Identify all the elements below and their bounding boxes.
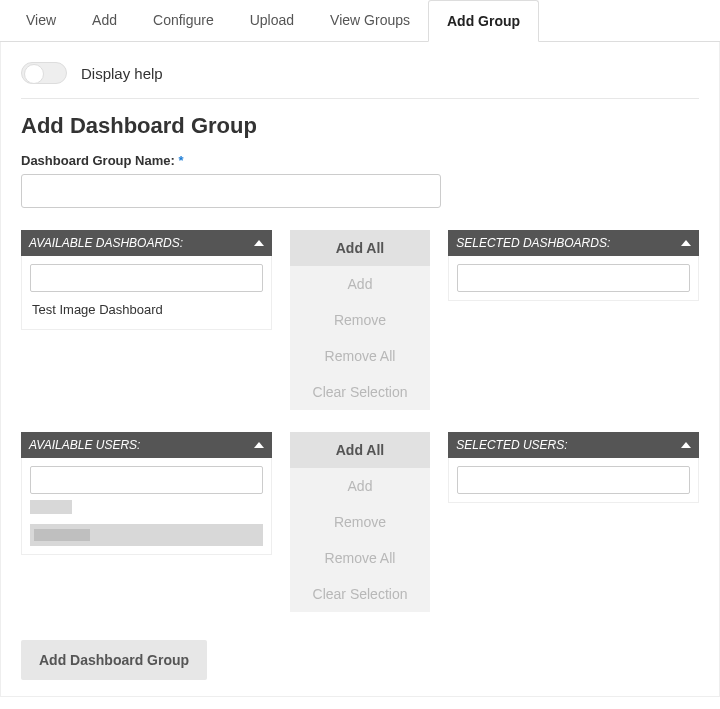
tab-view[interactable]: View (8, 0, 74, 41)
tab-add-group[interactable]: Add Group (428, 0, 539, 42)
selected-dashboards-filter[interactable] (457, 264, 690, 292)
tab-configure[interactable]: Configure (135, 0, 232, 41)
selected-users-header-text: SELECTED USERS: (456, 438, 567, 452)
selected-users-panel: SELECTED USERS: (448, 432, 699, 503)
selected-dashboards-header[interactable]: SELECTED DASHBOARDS: (448, 230, 699, 256)
available-users-list (30, 500, 263, 546)
selected-users-filter[interactable] (457, 466, 690, 494)
collapse-icon (681, 442, 691, 448)
remove-all-button[interactable]: Remove All (290, 338, 429, 374)
available-dashboards-header-text: AVAILABLE DASHBOARDS: (29, 236, 183, 250)
available-dashboards-list: Test Image Dashboard (30, 298, 263, 321)
tab-upload[interactable]: Upload (232, 0, 312, 41)
help-row: Display help (21, 58, 699, 99)
clear-selection-button[interactable]: Clear Selection (290, 576, 429, 612)
available-dashboards-panel: AVAILABLE DASHBOARDS: Test Image Dashboa… (21, 230, 272, 330)
selected-dashboards-header-text: SELECTED DASHBOARDS: (456, 236, 610, 250)
group-name-label-text: Dashboard Group Name: (21, 153, 175, 168)
available-dashboards-header[interactable]: AVAILABLE DASHBOARDS: (21, 230, 272, 256)
remove-button[interactable]: Remove (290, 504, 429, 540)
users-picker: AVAILABLE USERS: Add All Add Remove Remo… (21, 432, 699, 612)
list-item[interactable] (30, 524, 263, 546)
collapse-icon (254, 442, 264, 448)
submit-add-group-button[interactable]: Add Dashboard Group (21, 640, 207, 680)
add-button[interactable]: Add (290, 266, 429, 302)
available-users-filter[interactable] (30, 466, 263, 494)
page-title: Add Dashboard Group (21, 113, 699, 139)
tab-view-groups[interactable]: View Groups (312, 0, 428, 41)
display-help-toggle[interactable] (21, 62, 67, 84)
available-dashboards-filter[interactable] (30, 264, 263, 292)
tab-add[interactable]: Add (74, 0, 135, 41)
users-actions: Add All Add Remove Remove All Clear Sele… (290, 432, 429, 612)
remove-all-button[interactable]: Remove All (290, 540, 429, 576)
remove-button[interactable]: Remove (290, 302, 429, 338)
add-all-button[interactable]: Add All (290, 230, 429, 266)
add-all-button[interactable]: Add All (290, 432, 429, 468)
dashboards-actions: Add All Add Remove Remove All Clear Sele… (290, 230, 429, 410)
add-button[interactable]: Add (290, 468, 429, 504)
available-users-header[interactable]: AVAILABLE USERS: (21, 432, 272, 458)
selected-dashboards-panel: SELECTED DASHBOARDS: (448, 230, 699, 301)
clear-selection-button[interactable]: Clear Selection (290, 374, 429, 410)
group-name-input[interactable] (21, 174, 441, 208)
display-help-label: Display help (81, 65, 163, 82)
group-name-label: Dashboard Group Name: * (21, 153, 699, 168)
list-item[interactable] (30, 500, 72, 514)
required-marker: * (178, 153, 183, 168)
list-item[interactable]: Test Image Dashboard (30, 298, 263, 321)
available-users-header-text: AVAILABLE USERS: (29, 438, 140, 452)
collapse-icon (681, 240, 691, 246)
dashboards-picker: AVAILABLE DASHBOARDS: Test Image Dashboa… (21, 230, 699, 410)
collapse-icon (254, 240, 264, 246)
selected-users-header[interactable]: SELECTED USERS: (448, 432, 699, 458)
available-users-panel: AVAILABLE USERS: (21, 432, 272, 555)
tab-bar: View Add Configure Upload View Groups Ad… (0, 0, 720, 42)
